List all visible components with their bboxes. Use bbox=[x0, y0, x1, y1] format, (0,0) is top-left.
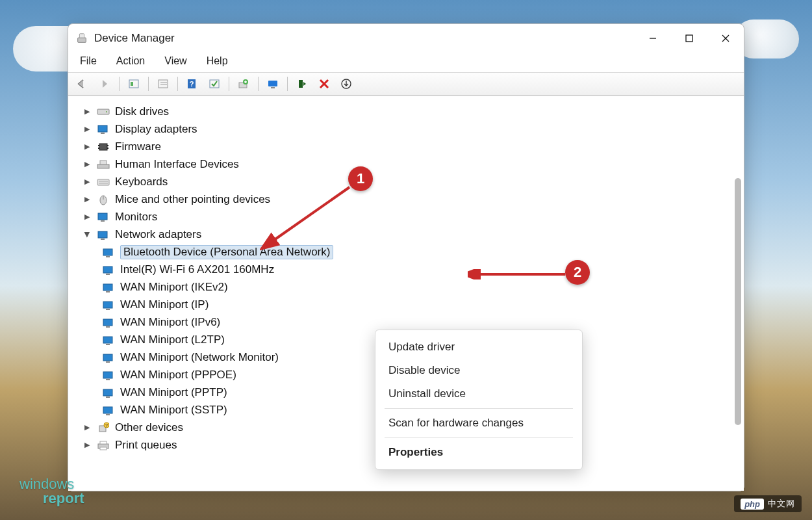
minimize-button[interactable] bbox=[635, 24, 671, 53]
svg-rect-46 bbox=[103, 284, 112, 291]
svg-rect-3 bbox=[686, 35, 692, 42]
tree-item-wan-ikev2[interactable]: WAN Miniport (IKEv2) bbox=[102, 278, 733, 296]
svg-rect-66 bbox=[100, 441, 107, 444]
svg-rect-54 bbox=[103, 354, 112, 361]
tree-item-network-adapters[interactable]: ▶ Network adapters bbox=[82, 226, 733, 243]
chevron-right-icon[interactable]: ▶ bbox=[82, 160, 92, 168]
tree-label: Keyboards bbox=[115, 176, 168, 188]
php-cn-badge: php 中文网 bbox=[734, 495, 802, 512]
chevron-right-icon[interactable]: ▶ bbox=[82, 107, 92, 116]
cm-uninstall-device[interactable]: Uninstall device bbox=[375, 382, 582, 406]
titlebar[interactable]: Device Manager bbox=[68, 24, 744, 53]
svg-rect-28 bbox=[98, 148, 99, 149]
tree-item-wan-ip[interactable]: WAN Miniport (IP) bbox=[102, 296, 733, 313]
svg-rect-8 bbox=[159, 80, 168, 88]
cm-disable-device[interactable]: Disable device bbox=[375, 359, 582, 382]
svg-rect-56 bbox=[103, 372, 112, 378]
forward-button[interactable] bbox=[95, 75, 114, 92]
vertical-scrollbar[interactable] bbox=[732, 100, 742, 487]
menubar: File Action View Help bbox=[68, 53, 744, 72]
menu-file[interactable]: File bbox=[77, 54, 99, 68]
svg-rect-22 bbox=[97, 109, 109, 114]
cm-scan-hardware[interactable]: Scan for hardware changes bbox=[375, 411, 582, 435]
scan-button[interactable] bbox=[205, 75, 223, 92]
disable-device-button[interactable] bbox=[293, 75, 311, 92]
annotation-arrow-1 bbox=[260, 182, 357, 254]
svg-rect-40 bbox=[98, 231, 107, 238]
tree-label: WAN Miniport (L2TP) bbox=[120, 333, 225, 346]
network-adapter-icon bbox=[102, 334, 115, 346]
chevron-down-icon[interactable]: ▶ bbox=[83, 230, 92, 239]
app-icon bbox=[76, 32, 88, 44]
network-adapter-icon bbox=[102, 387, 115, 398]
svg-rect-25 bbox=[101, 133, 105, 134]
display-adapter-icon bbox=[97, 124, 110, 135]
chevron-right-icon[interactable]: ▶ bbox=[82, 125, 92, 133]
tree-item-hid[interactable]: ▶ Human Interface Devices bbox=[82, 155, 733, 173]
chevron-right-icon[interactable]: ▶ bbox=[82, 213, 92, 221]
properties-button[interactable] bbox=[154, 75, 172, 92]
tree-item-intel-wifi[interactable]: Intel(R) Wi-Fi 6 AX201 160MHz bbox=[102, 261, 733, 278]
tree-label: Mice and other pointing devices bbox=[115, 193, 270, 206]
tree-label: Other devices bbox=[115, 421, 183, 434]
chevron-right-icon[interactable]: ▶ bbox=[82, 177, 92, 186]
network-adapter-icon bbox=[102, 352, 115, 363]
svg-rect-67 bbox=[100, 447, 107, 450]
keyboard-icon bbox=[97, 176, 110, 188]
chevron-right-icon[interactable]: ▶ bbox=[82, 423, 92, 432]
menu-separator bbox=[385, 437, 573, 438]
svg-rect-44 bbox=[103, 266, 112, 273]
update-driver-button[interactable] bbox=[235, 75, 253, 92]
watermark-line-2: report bbox=[43, 491, 84, 506]
tree-item-keyboards[interactable]: ▶ Keyboards bbox=[82, 173, 733, 190]
help-button[interactable]: ? bbox=[183, 75, 201, 92]
network-adapter-icon bbox=[102, 281, 115, 293]
device-tree-pane[interactable]: ▶ Disk drives ▶ Display adapters ▶ Firmw… bbox=[68, 96, 744, 491]
svg-rect-47 bbox=[106, 291, 110, 292]
tree-label: Human Interface Devices bbox=[115, 158, 239, 171]
chevron-right-icon[interactable]: ▶ bbox=[82, 441, 92, 449]
tree-label: Display adapters bbox=[115, 123, 197, 136]
monitor-icon bbox=[97, 211, 110, 223]
back-button[interactable] bbox=[73, 75, 92, 92]
tree-label: Firmware bbox=[115, 140, 161, 153]
tree-label: WAN Miniport (Network Monitor) bbox=[120, 351, 279, 364]
menu-help[interactable]: Help bbox=[204, 54, 231, 68]
install-legacy-button[interactable] bbox=[337, 75, 355, 92]
scrollbar-thumb[interactable] bbox=[735, 178, 741, 425]
chevron-right-icon[interactable]: ▶ bbox=[82, 195, 92, 203]
svg-rect-26 bbox=[99, 144, 107, 150]
tree-item-firmware[interactable]: ▶ Firmware bbox=[82, 138, 733, 155]
svg-rect-51 bbox=[106, 326, 110, 328]
tree-label: Network adapters bbox=[115, 228, 201, 241]
annotation-arrow-2 bbox=[468, 269, 572, 280]
svg-line-68 bbox=[272, 187, 349, 242]
svg-rect-17 bbox=[271, 87, 275, 88]
cm-properties[interactable]: Properties bbox=[375, 441, 582, 464]
menu-action[interactable]: Action bbox=[114, 54, 147, 68]
tree-item-mice[interactable]: ▶ Mice and other pointing devices bbox=[82, 190, 733, 208]
svg-text:?: ? bbox=[105, 423, 108, 428]
tree-item-monitors[interactable]: ▶ Monitors bbox=[82, 208, 733, 226]
chevron-right-icon[interactable]: ▶ bbox=[82, 142, 92, 151]
network-adapter-icon bbox=[102, 246, 115, 258]
show-hide-tree-button[interactable] bbox=[125, 75, 143, 92]
disk-drive-icon bbox=[97, 106, 110, 118]
svg-rect-41 bbox=[101, 239, 105, 240]
tree-item-disk-drives[interactable]: ▶ Disk drives bbox=[82, 103, 733, 120]
enable-device-button[interactable] bbox=[264, 75, 282, 92]
cm-update-driver[interactable]: Update driver bbox=[375, 335, 582, 359]
svg-text:?: ? bbox=[190, 80, 194, 88]
network-adapter-icon bbox=[102, 404, 115, 416]
close-button[interactable] bbox=[707, 24, 744, 53]
tree-item-display-adapters[interactable]: ▶ Display adapters bbox=[82, 120, 733, 138]
tree-label: WAN Miniport (IKEv2) bbox=[120, 281, 228, 294]
maximize-button[interactable] bbox=[671, 24, 707, 53]
svg-rect-38 bbox=[98, 213, 107, 220]
tree-item-wan-ipv6[interactable]: WAN Miniport (IPv6) bbox=[102, 313, 733, 331]
device-manager-window: Device Manager File Action View Help ? bbox=[68, 23, 744, 491]
svg-rect-48 bbox=[103, 302, 112, 308]
tree-item-bluetooth-pan[interactable]: Bluetooth Device (Personal Area Network) bbox=[102, 243, 733, 261]
uninstall-device-button[interactable] bbox=[315, 75, 333, 92]
menu-view[interactable]: View bbox=[162, 54, 189, 68]
